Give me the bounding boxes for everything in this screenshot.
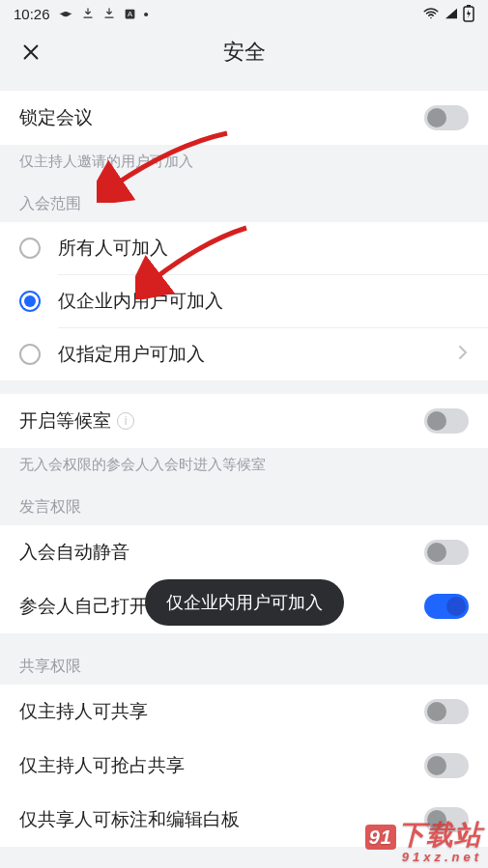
self-unmute-toggle[interactable] <box>424 594 469 619</box>
lock-meeting-toggle[interactable] <box>424 105 469 130</box>
wifi-icon <box>422 5 440 22</box>
download-icon <box>102 7 116 20</box>
chevron-right-icon <box>457 344 469 366</box>
scope-section-title: 入会范围 <box>0 171 488 222</box>
host-preempt-toggle[interactable] <box>424 753 469 778</box>
auto-mute-row[interactable]: 入会自动静音 <box>0 525 488 579</box>
watermark: 91下载站 91xz.net <box>365 817 482 864</box>
signal-icon <box>444 6 459 21</box>
waiting-room-label: 开启等候室 <box>19 408 111 434</box>
host-share-row[interactable]: 仅主持人可共享 <box>0 685 488 739</box>
sharer-annotate-label: 仅共享人可标注和编辑白板 <box>19 807 240 832</box>
scope-option-specified[interactable]: 仅指定用户可加入 <box>0 328 488 380</box>
radio-icon <box>19 238 41 259</box>
lock-meeting-helper: 仅主持人邀请的用户可加入 <box>0 145 488 171</box>
watermark-main: 下载站 <box>398 820 482 850</box>
svg-rect-3 <box>467 5 471 7</box>
scope-option-label: 仅企业内用户可加入 <box>58 289 469 314</box>
waiting-room-row[interactable]: 开启等候室 i <box>0 394 488 448</box>
watermark-badge: 91 <box>365 825 396 850</box>
page-title: 安全 <box>17 38 471 67</box>
speak-section-title: 发言权限 <box>0 474 488 525</box>
auto-mute-toggle[interactable] <box>424 540 469 565</box>
scope-option-label: 仅指定用户可加入 <box>58 342 457 367</box>
battery-icon <box>463 5 474 22</box>
radio-icon <box>19 344 41 365</box>
auto-mute-label: 入会自动静音 <box>19 540 129 565</box>
scope-option-label: 所有人可加入 <box>58 236 469 261</box>
host-preempt-label: 仅主持人可抢占共享 <box>19 753 185 778</box>
scope-option-all[interactable]: 所有人可加入 <box>0 222 488 274</box>
watermark-sub: 91xz.net <box>365 850 482 864</box>
download-icon <box>81 7 95 20</box>
radio-checked-icon <box>19 291 41 312</box>
app-square-icon: A <box>124 8 136 20</box>
status-bar: 10:26 A • <box>0 0 488 27</box>
host-share-toggle[interactable] <box>424 699 469 724</box>
share-section-title: 共享权限 <box>0 633 488 685</box>
scope-option-enterprise[interactable]: 仅企业内用户可加入 <box>0 275 488 327</box>
waiting-room-helper: 无入会权限的参会人入会时进入等候室 <box>0 448 488 474</box>
info-icon[interactable]: i <box>117 412 134 430</box>
toast: 仅企业内用户可加入 <box>145 579 344 626</box>
lock-meeting-label: 锁定会议 <box>19 105 93 130</box>
lock-meeting-row[interactable]: 锁定会议 <box>0 91 488 145</box>
waiting-room-toggle[interactable] <box>424 408 469 434</box>
host-preempt-row[interactable]: 仅主持人可抢占共享 <box>0 739 488 793</box>
navbar: 安全 <box>0 27 488 77</box>
host-share-label: 仅主持人可共享 <box>19 699 148 724</box>
bird-icon <box>58 6 73 21</box>
status-time: 10:26 <box>14 6 50 22</box>
status-dot: • <box>144 6 149 22</box>
